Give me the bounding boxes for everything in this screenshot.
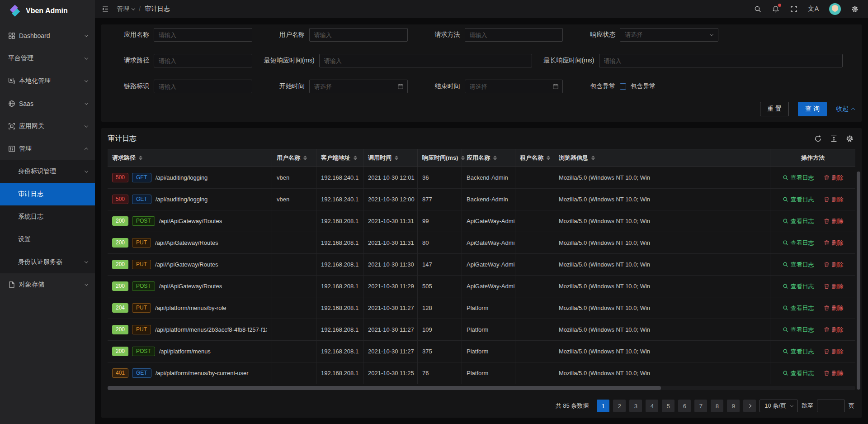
包含异常-checkbox[interactable] [620,83,626,90]
请求路径-input[interactable] [154,54,252,67]
delete-button[interactable]: 删除 [824,282,844,291]
view-log-button[interactable]: 查看日志 [783,174,814,182]
view-log-button[interactable]: 查看日志 [783,369,814,377]
响应状态-select[interactable]: 请选择 [620,28,718,42]
status-badge: 500 [112,173,128,182]
form-field-请求方法: 请求方法 [420,28,575,42]
search-button[interactable]: 查 询 [798,102,827,116]
table-settings-gear-icon[interactable] [846,135,854,143]
jump-page-input[interactable] [817,400,845,412]
delete-button[interactable]: 删除 [824,261,844,269]
refresh-icon[interactable] [814,135,822,143]
page-button-8[interactable]: 8 [711,400,723,412]
breadcrumb-root[interactable]: 管理 [117,5,135,13]
delete-button[interactable]: 删除 [824,195,844,204]
sidebar-item-平台管理[interactable]: 平台管理 [0,47,95,70]
column-header-user[interactable]: 用户名称 [272,149,316,167]
sidebar-item-身份标识管理[interactable]: 身份标识管理 [0,160,95,183]
最短响应时间(ms)-input[interactable] [319,54,532,67]
delete-button[interactable]: 删除 [824,239,844,247]
请求方法-input[interactable] [465,28,563,42]
menu-fold-icon[interactable] [101,5,109,13]
sidebar-item-Dashboard[interactable]: Dashboard [0,24,95,47]
page-button-2[interactable]: 2 [613,400,626,412]
最长响应时间(ms)-input[interactable] [599,54,843,67]
row-height-icon[interactable] [830,135,838,143]
view-log-button[interactable]: 查看日志 [783,282,814,291]
链路标识-input[interactable] [154,80,252,93]
notification-badge [778,4,781,7]
view-log-button[interactable]: 查看日志 [783,326,814,334]
cell-ip: 192.168.240.1 [316,167,363,188]
sort-desc-icon [547,158,550,160]
chevron-down-icon [790,404,793,407]
fullscreen-icon[interactable] [790,5,798,13]
reset-button[interactable]: 重 置 [760,102,789,116]
column-header-app[interactable]: 应用名称 [462,149,515,167]
sidebar-item-本地化管理[interactable]: 本地化管理 [0,70,95,92]
结束时间-datepicker[interactable] [465,80,563,93]
horizontal-scrollbar[interactable] [108,386,855,390]
view-log-button[interactable]: 查看日志 [783,239,814,247]
page-size-select[interactable]: 10 条/页 [760,400,798,412]
sort-icon[interactable] [139,156,142,160]
view-log-button[interactable]: 查看日志 [783,304,814,312]
sort-icon[interactable] [303,156,307,160]
sidebar-item-Saas[interactable]: Saas [0,92,95,115]
delete-button[interactable]: 删除 [824,348,844,356]
horizontal-scrollbar-thumb[interactable] [108,386,661,390]
sort-icon[interactable] [591,156,595,160]
sidebar-item-对象存储[interactable]: 对象存储 [0,273,95,296]
sidebar-item-管理[interactable]: 管理 [0,138,95,160]
sidebar-item-label: 设置 [18,235,88,243]
sidebar-item-设置[interactable]: 设置 [0,228,95,251]
delete-button[interactable]: 删除 [824,217,844,225]
app-logo[interactable]: Vben Admin [0,0,95,22]
column-header-time[interactable]: 调用时间 [363,149,418,167]
用户名称-input[interactable] [309,28,408,42]
page-button-7[interactable]: 7 [694,400,707,412]
view-log-button[interactable]: 查看日志 [783,261,814,269]
delete-button[interactable]: 删除 [824,174,844,182]
page-button-9[interactable]: 9 [727,400,740,412]
vertical-scrollbar[interactable] [857,172,860,390]
column-header-duration[interactable]: 响应时间(ms) [418,149,462,167]
开始时间-datepicker[interactable] [309,80,408,93]
settings-gear-icon[interactable] [851,5,859,13]
form-field-control: 包含异常 [620,82,730,91]
user-avatar[interactable] [829,3,841,15]
sort-icon[interactable] [354,156,357,160]
view-log-button[interactable]: 查看日志 [783,195,814,204]
page-button-3[interactable]: 3 [629,400,642,412]
delete-button[interactable]: 删除 [824,369,844,377]
search-icon[interactable] [754,5,762,13]
collapse-link[interactable]: 收起 [836,105,854,113]
delete-button[interactable]: 删除 [824,304,844,312]
sort-icon[interactable] [547,156,550,160]
notification-bell-icon[interactable] [772,5,780,13]
column-header-browser[interactable]: 浏览器信息 [554,149,770,167]
page-button-1[interactable]: 1 [597,400,609,412]
sidebar-item-身份认证服务器[interactable]: 身份认证服务器 [0,251,95,273]
sort-icon[interactable] [493,156,497,160]
page-button-5[interactable]: 5 [662,400,675,412]
column-header-ip[interactable]: 客户端地址 [316,149,363,167]
view-log-button[interactable]: 查看日志 [783,348,814,356]
delete-button[interactable]: 删除 [824,326,844,334]
sort-icon[interactable] [395,156,398,160]
column-header-path[interactable]: 请求路径 [108,149,272,167]
next-page-button[interactable] [743,400,756,412]
sidebar-item-应用网关[interactable]: 应用网关 [0,115,95,138]
vertical-scrollbar-thumb[interactable] [857,172,860,390]
sidebar-item-审计日志[interactable]: 审计日志 [0,183,95,205]
cell-app: ApiGateWay-Admin [462,210,515,232]
结束时间-input[interactable] [465,80,563,93]
page-button-4[interactable]: 4 [646,400,658,412]
column-header-tenant[interactable]: 租户名称 [515,149,554,167]
page-button-6[interactable]: 6 [678,400,691,412]
sidebar-item-系统日志[interactable]: 系统日志 [0,205,95,228]
开始时间-input[interactable] [309,80,408,93]
view-log-button[interactable]: 查看日志 [783,217,814,225]
应用名称-input[interactable] [154,28,252,42]
translate-icon[interactable]: 文A [808,5,819,13]
